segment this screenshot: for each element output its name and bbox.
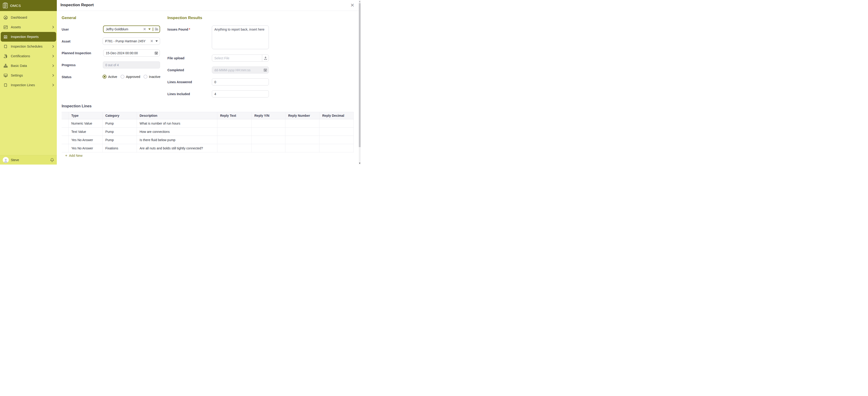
scrollbar-thumb[interactable] <box>359 3 361 147</box>
sitemap-icon <box>3 63 8 68</box>
close-icon[interactable]: ✕ <box>349 3 355 8</box>
issues-found-label: Issues Found* <box>167 28 190 31</box>
asset-combobox-value: P781 - Pump Hartman 245Y <box>103 39 149 43</box>
general-section-heading: General <box>62 15 76 20</box>
radio-dot <box>102 75 106 78</box>
lines-included-field[interactable] <box>212 90 269 97</box>
add-new-button[interactable]: + Add New <box>65 154 83 158</box>
sidebar-item-basic-data[interactable]: Basic Data <box>0 61 57 71</box>
chevron-right-icon <box>52 84 55 87</box>
plus-icon: + <box>65 154 67 158</box>
calendar-icon <box>262 67 269 73</box>
inspection-lines-table: Type Category Description Reply Text Rep… <box>62 112 354 153</box>
results-section-heading: Inspection Results <box>167 15 202 20</box>
planned-inspection-input[interactable] <box>103 50 153 56</box>
file-upload-label: File upload <box>167 56 184 60</box>
issues-found-field[interactable]: Anything to report back, insert here <box>212 26 269 50</box>
col-reply-number: Reply Number <box>285 112 319 119</box>
col-reply-text: Reply Text <box>217 112 252 119</box>
sidebar-item-certifications[interactable]: Certifications <box>0 51 57 61</box>
required-asterisk: * <box>189 28 190 31</box>
status-label: Status <box>62 75 71 79</box>
lines-answered-label: Lines Answered <box>167 80 192 84</box>
clipboard-logo-icon <box>3 3 8 8</box>
table-row[interactable]: Text Value Pump How are connections <box>62 128 354 136</box>
radio-approved[interactable]: Approved <box>121 75 140 78</box>
sidebar-item-inspection-lines[interactable]: Inspection Lines <box>0 80 57 90</box>
sidebar-user-band: Steve <box>0 155 57 165</box>
planned-inspection-label: Planned Inspection <box>62 51 91 55</box>
progress-field <box>103 61 160 68</box>
user-field-label: User <box>62 28 69 31</box>
vertical-scrollbar[interactable] <box>359 0 361 165</box>
status-radio-group: Active Approved Inactive <box>102 75 160 78</box>
sidebar-nav: Dashboard Assets Inspection Reports <box>0 13 57 90</box>
user-name: Steve <box>11 158 50 162</box>
gauge-icon <box>3 15 8 20</box>
asset-combobox[interactable]: P781 - Pump Hartman 245Y ✕ <box>102 37 160 45</box>
file-upload-field[interactable] <box>212 55 269 62</box>
asset-chart-icon <box>3 25 8 29</box>
lines-included-label: Lines Included <box>167 92 190 96</box>
sidebar-item-settings[interactable]: Settings <box>0 71 57 80</box>
user-combobox-value: Jeffry Goldblum <box>103 27 142 31</box>
table-header-row: Type Category Description Reply Text Rep… <box>62 112 354 119</box>
chevron-right-icon <box>52 55 55 58</box>
journal-check-icon <box>3 83 8 87</box>
scrollbar-down-arrow-icon[interactable] <box>359 163 361 164</box>
issues-found-textarea[interactable]: Anything to report back, insert here <box>212 26 269 49</box>
table-row[interactable]: Numeric Value Pump What is number of run… <box>62 119 354 128</box>
lines-answered-input[interactable] <box>212 78 269 86</box>
user-lookup-button[interactable] <box>153 28 160 31</box>
col-reply-yn: Reply Y/N <box>252 112 285 119</box>
dialog-header: Inspection Report <box>57 0 359 11</box>
sidebar-item-assets[interactable]: Assets <box>0 22 57 32</box>
sidebar-item-dashboard[interactable]: Dashboard <box>0 13 57 22</box>
upload-icon[interactable] <box>262 55 269 61</box>
user-combobox[interactable]: Jeffry Goldblum ✕ <box>103 26 160 33</box>
lines-included-input[interactable] <box>212 90 269 97</box>
sidebar-item-inspection-reports[interactable]: Inspection Reports <box>1 32 56 42</box>
completed-input <box>212 67 262 73</box>
scrollbar-up-arrow-icon[interactable] <box>359 1 361 2</box>
lines-answered-field[interactable] <box>212 78 269 86</box>
table-row[interactable]: Yes No Answer Pump Is there fluid below … <box>62 136 354 144</box>
calendar-icon[interactable] <box>153 50 160 56</box>
progress-input <box>103 61 160 68</box>
app-name: OMCS <box>10 4 21 8</box>
page-title: Inspection Report <box>61 3 94 7</box>
completed-field <box>212 66 269 73</box>
sidebar-item-inspection-schedules[interactable]: Inspection Schedules <box>0 42 57 51</box>
completed-label: Completed <box>167 68 184 72</box>
radio-active[interactable]: Active <box>102 75 117 78</box>
laptop-chart-icon <box>3 34 8 39</box>
col-reply-decimal: Reply Decimal <box>319 112 354 119</box>
chevron-down-icon[interactable] <box>155 40 158 42</box>
certificate-icon <box>3 54 8 58</box>
chevron-right-icon <box>52 64 55 67</box>
chevron-down-icon[interactable] <box>148 29 151 30</box>
chevron-right-icon <box>52 74 55 77</box>
journal-check-icon <box>3 44 8 49</box>
file-upload-input[interactable] <box>212 55 262 61</box>
radio-dot <box>144 75 148 78</box>
chevron-right-icon <box>52 45 55 48</box>
app-logo-band: OMCS <box>0 0 57 11</box>
inspection-lines-heading: Inspection Lines <box>62 104 92 108</box>
avatar[interactable] <box>3 157 9 163</box>
chevron-right-icon <box>52 26 55 29</box>
table-row[interactable]: Yes No Answer Fixations Are all nuts and… <box>62 144 354 153</box>
col-category: Category <box>102 112 137 119</box>
bell-icon[interactable] <box>50 158 54 162</box>
progress-label: Progress <box>62 63 76 67</box>
row-handle-header <box>62 112 68 119</box>
radio-dot <box>121 75 124 78</box>
planned-inspection-field[interactable] <box>103 50 160 57</box>
radio-inactive[interactable]: Inactive <box>144 75 160 78</box>
col-type: Type <box>68 112 102 119</box>
clear-icon[interactable]: ✕ <box>149 39 155 43</box>
col-description: Description <box>137 112 217 119</box>
clear-icon[interactable]: ✕ <box>142 27 148 31</box>
sidebar: OMCS Dashboard Assets <box>0 0 57 165</box>
asset-field-label: Asset <box>62 39 70 43</box>
